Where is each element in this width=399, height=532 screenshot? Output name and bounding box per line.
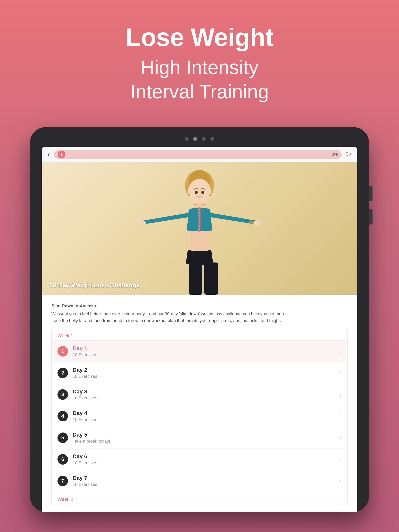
desc-line1: Slim Down in 4 weeks. xyxy=(51,302,348,309)
challenge-title: 30 Day Weight Loss Challenge xyxy=(50,282,140,289)
week-list: Week 1 1 Day 1 10 Exercises › 2 xyxy=(51,328,348,504)
day-arrow-4: › xyxy=(340,413,341,419)
day-arrow-7: › xyxy=(340,478,341,484)
svg-rect-11 xyxy=(198,221,199,222)
main-title: Lose Weight xyxy=(125,23,273,51)
svg-point-31 xyxy=(209,194,211,196)
day-name-7: Day 7 xyxy=(73,475,335,481)
day-badge-5: 5 xyxy=(58,432,68,443)
day-name-5: Day 5 xyxy=(73,432,335,438)
day-exercises-1: 10 Exercises xyxy=(73,352,335,357)
dot-3 xyxy=(202,137,206,141)
description-section: Slim Down in 4 weeks. We want you to fee… xyxy=(42,295,357,512)
day-badge-3: 3 xyxy=(58,389,68,400)
desc-line2: We want you to feel better than ever in … xyxy=(51,311,286,316)
day-row-5[interactable]: 5 Day 5 Take a break today! › xyxy=(52,427,347,449)
day-exercises-5: Take a break today! xyxy=(73,439,335,444)
day-info-1: Day 1 10 Exercises xyxy=(73,345,335,357)
day-row-1[interactable]: 1 Day 1 10 Exercises › xyxy=(52,341,347,362)
day-badge-2: 2 xyxy=(58,368,68,378)
svg-rect-8 xyxy=(198,212,199,213)
day-info-7: Day 7 10 Exercises xyxy=(73,475,335,487)
day-name-2: Day 2 xyxy=(73,367,335,373)
desc-line3: Lose the belly fat and tone from head to… xyxy=(51,318,282,323)
dot-2 xyxy=(193,137,197,141)
browser-bar: ‹ 1 0% ↻ xyxy=(42,147,357,162)
svg-rect-26 xyxy=(189,262,202,295)
svg-point-28 xyxy=(195,191,198,194)
day-exercises-2: 10 Exercises xyxy=(73,374,335,379)
svg-rect-7 xyxy=(198,209,199,210)
day-info-6: Day 6 10 Exercises xyxy=(73,453,335,465)
svg-rect-10 xyxy=(198,218,199,218)
day-row-6[interactable]: 6 Day 6 10 Exercises › xyxy=(52,449,347,470)
tablet-side-button-bottom xyxy=(369,209,373,225)
day-badge-6: 6 xyxy=(58,454,68,465)
day-info-3: Day 3 10 Exercises xyxy=(73,388,335,400)
day-exercises-4: 10 Exercises xyxy=(73,417,335,422)
svg-rect-27 xyxy=(204,262,218,295)
subtitle: High Intensity Interval Training xyxy=(125,55,273,104)
reload-button[interactable]: ↻ xyxy=(346,150,351,158)
day-row-2[interactable]: 2 Day 2 10 Exercises › xyxy=(52,362,347,384)
day-exercises-6: 10 Exercises xyxy=(73,460,335,465)
header-section: Lose Weight High Intensity Interval Trai… xyxy=(125,0,273,104)
week2-header: Week 2 xyxy=(52,492,347,504)
progress-bar: 1 0% xyxy=(54,150,342,159)
day-exercises-3: 10 Exercises xyxy=(73,395,335,400)
svg-point-4 xyxy=(137,220,146,226)
subtitle-line1: High Intensity xyxy=(141,56,258,78)
day-name-3: Day 3 xyxy=(73,388,335,395)
svg-point-32 xyxy=(249,221,254,225)
svg-point-2 xyxy=(188,179,211,204)
day-name-6: Day 6 xyxy=(73,453,335,460)
day-arrow-2: › xyxy=(340,370,341,376)
hero-figure-svg xyxy=(131,166,268,295)
day-row-4[interactable]: 4 Day 4 10 Exercises › xyxy=(52,405,347,427)
day-badge-4: 4 xyxy=(58,411,68,421)
progress-percent: 0% xyxy=(332,152,338,157)
tablet-camera-dots xyxy=(42,137,357,141)
day-name-4: Day 4 xyxy=(73,410,335,416)
hero-image: 30 Day Weight Loss Challenge xyxy=(42,162,357,295)
day-info-2: Day 2 10 Exercises xyxy=(73,367,335,379)
dot-4 xyxy=(210,137,214,141)
description-text: Slim Down in 4 weeks. We want you to fee… xyxy=(51,302,348,324)
day-arrow-3: › xyxy=(340,391,341,398)
tablet-side-button-top xyxy=(369,186,373,201)
day-row-7[interactable]: 7 Day 7 10 Exercises › xyxy=(52,470,347,492)
svg-rect-14 xyxy=(198,229,199,230)
day-info-4: Day 4 10 Exercises xyxy=(73,410,335,422)
day-badge-7: 7 xyxy=(58,476,68,486)
day-row-3[interactable]: 3 Day 3 10 Exercises › xyxy=(52,384,347,405)
back-button[interactable]: ‹ xyxy=(48,150,50,158)
svg-rect-12 xyxy=(198,223,199,224)
svg-rect-13 xyxy=(198,227,199,227)
day-arrow-5: › xyxy=(340,435,341,441)
dot-1 xyxy=(185,137,189,141)
svg-point-29 xyxy=(201,191,204,194)
week1-header: Week 1 xyxy=(52,328,347,341)
day-exercises-7: 10 Exercises xyxy=(73,482,335,487)
day-badge-1: 1 xyxy=(58,346,68,356)
tablet-screen: ‹ 1 0% ↻ xyxy=(42,147,357,512)
subtitle-line2: Interval Training xyxy=(130,81,269,102)
step-badge: 1 xyxy=(58,151,65,158)
tablet-frame: ‹ 1 0% ↻ xyxy=(30,127,369,512)
tablet-wrapper: ‹ 1 0% ↻ xyxy=(30,127,369,512)
day-arrow-6: › xyxy=(340,456,341,462)
day-name-1: Day 1 xyxy=(73,345,335,351)
day-info-5: Day 5 Take a break today! xyxy=(73,432,335,444)
svg-rect-9 xyxy=(198,215,199,215)
svg-point-5 xyxy=(253,220,262,226)
day-arrow-1: › xyxy=(340,348,341,355)
svg-point-30 xyxy=(188,194,190,196)
